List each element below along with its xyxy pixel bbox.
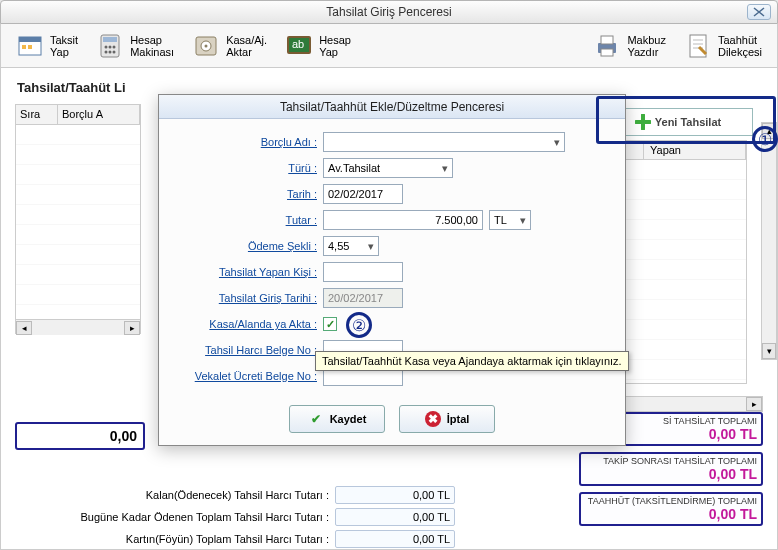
list-rows[interactable] xyxy=(16,125,140,319)
col-borclu[interactable]: Borçlu A xyxy=(58,105,140,124)
calculator-icon xyxy=(96,32,124,60)
small-total-value: 0,00 xyxy=(15,422,145,450)
cancel-button[interactable]: ✖ İptal xyxy=(399,405,495,433)
total3-value: 0,00 TL xyxy=(585,506,757,522)
scroll-down-icon[interactable]: ▾ xyxy=(762,343,776,359)
cancel-icon: ✖ xyxy=(425,411,441,427)
lbl-yapan[interactable]: Tahsilat Yapan Kişi : xyxy=(171,266,317,278)
bugune-label: Bugüne Kadar Ödenen Toplam Tahsil Harcı … xyxy=(15,511,329,523)
kalan-label: Kalan(Ödenecek) Tahsil Harcı Tutarı : xyxy=(15,489,329,501)
lbl-borclu[interactable]: Borçlu Adı : xyxy=(171,136,317,148)
scroll-right-icon[interactable]: ▸ xyxy=(124,321,140,335)
svg-rect-3 xyxy=(28,45,32,49)
total3-label: TAAHHÜT (TAKSİTLENDİRME) TOPLAMI xyxy=(585,496,757,506)
makbuz-label: Makbuz Yazdır xyxy=(627,34,666,58)
svg-rect-2 xyxy=(22,45,26,49)
edit-modal: Tahsilat/Taahhüt Ekle/Düzeltme Penceresi… xyxy=(158,94,626,446)
total2-label: TAKİP SONRASI TAHSİLAT TOPLAMI xyxy=(585,456,757,466)
lbl-tahsil-belge[interactable]: Tahsil Harcı Belge No : xyxy=(171,344,317,356)
save-label: Kaydet xyxy=(330,413,367,425)
bugune-value: 0,00 TL xyxy=(335,508,455,526)
svg-rect-18 xyxy=(601,36,613,44)
svg-point-7 xyxy=(109,45,112,48)
lbl-odeme[interactable]: Ödeme Şekli : xyxy=(171,240,317,252)
col-sira[interactable]: Sıra xyxy=(16,105,58,124)
svg-point-14 xyxy=(205,44,208,47)
taksit-label: Taksit Yap xyxy=(50,34,78,58)
lbl-vekalet-belge[interactable]: Vekalet Ücreti Belge No : xyxy=(171,370,317,382)
window-title: Tahsilat Giriş Penceresi xyxy=(326,5,451,19)
printer-icon xyxy=(593,32,621,60)
odeme-select[interactable]: 4,55 xyxy=(323,236,379,256)
save-button[interactable]: ✔ Kaydet xyxy=(289,405,385,433)
document-icon xyxy=(684,32,712,60)
annotation-1: ① xyxy=(752,126,778,152)
total-box-2: TAKİP SONRASI TAHSİLAT TOPLAMI 0,00 TL xyxy=(579,452,763,486)
section-title: Tahsilat/Taahüt Li xyxy=(17,80,763,95)
window-close-button[interactable] xyxy=(747,4,771,20)
check-icon: ✔ xyxy=(308,411,324,427)
hesap-yap-button[interactable]: ab Hesap Yap xyxy=(278,29,358,63)
svg-text:ab: ab xyxy=(292,38,304,50)
close-icon xyxy=(753,7,765,17)
board-icon: ab xyxy=(285,32,313,60)
hesap-makinasi-button[interactable]: Hesap Makinası xyxy=(89,29,181,63)
turu-value: Av.Tahsilat xyxy=(328,162,380,174)
currency-value: TL xyxy=(494,214,507,226)
tutar-input[interactable] xyxy=(323,210,483,230)
list-hscroll[interactable]: ◂ ▸ xyxy=(16,319,140,335)
kalan-value: 0,00 TL xyxy=(335,486,455,504)
list-table: Sıra Borçlu A ◂ ▸ xyxy=(15,104,141,334)
hesap-yap-label: Hesap Yap xyxy=(319,34,351,58)
lbl-giris[interactable]: Tahsilat Giriş Tarihi : xyxy=(171,292,317,304)
lbl-turu[interactable]: Türü : xyxy=(171,162,317,174)
hesap-makinasi-label: Hesap Makinası xyxy=(130,34,174,58)
scroll-left-icon[interactable]: ◂ xyxy=(16,321,32,335)
svg-rect-19 xyxy=(601,49,613,56)
total2-value: 0,00 TL xyxy=(585,466,757,482)
total-box-3: TAAHHÜT (TAKSİTLENDİRME) TOPLAMI 0,00 TL xyxy=(579,492,763,526)
right-vscroll[interactable]: ▴ ▾ xyxy=(761,122,777,360)
tarih-input[interactable] xyxy=(323,184,403,204)
main-toolbar: Taksit Yap Hesap Makinası Kasa/Aj. Aktar… xyxy=(0,24,778,68)
kasa-checkbox[interactable]: ✓ xyxy=(323,317,337,331)
annotation-2: ② xyxy=(346,312,372,338)
calendar-icon xyxy=(16,32,44,60)
kasa-aktar-label: Kasa/Aj. Aktar xyxy=(226,34,267,58)
svg-point-6 xyxy=(105,45,108,48)
lbl-kasa[interactable]: Kasa/Alanda ya Akta : xyxy=(171,318,317,330)
borclu-select[interactable] xyxy=(323,132,565,152)
lbl-tutar[interactable]: Tutar : xyxy=(171,214,317,226)
taahhut-dilekcesi-button[interactable]: Taahhüt Dilekçesi xyxy=(677,29,769,63)
cancel-label: İptal xyxy=(447,413,470,425)
taahhut-label: Taahhüt Dilekçesi xyxy=(718,34,762,58)
svg-point-10 xyxy=(109,50,112,53)
taksit-yap-button[interactable]: Taksit Yap xyxy=(9,29,85,63)
kartin-value: 0,00 TL xyxy=(335,530,455,548)
safe-icon xyxy=(192,32,220,60)
kartin-label: Kartın(Föyün) Toplam Tahsil Harcı Tutarı… xyxy=(15,533,329,545)
right-hscroll[interactable]: ◂ ▸ xyxy=(603,396,763,412)
svg-rect-1 xyxy=(19,37,41,42)
kasa-tooltip: Tahsilat/Taahhüt Kasa veya Ajandaya akta… xyxy=(315,351,629,371)
svg-point-8 xyxy=(113,45,116,48)
yapan-input[interactable] xyxy=(323,262,403,282)
lbl-tarih[interactable]: Tarih : xyxy=(171,188,317,200)
currency-select[interactable]: TL xyxy=(489,210,531,230)
svg-point-9 xyxy=(105,50,108,53)
modal-title: Tahsilat/Taahhüt Ekle/Düzeltme Penceresi xyxy=(159,95,625,119)
odeme-value: 4,55 xyxy=(328,240,349,252)
svg-rect-5 xyxy=(103,37,117,42)
giris-input xyxy=(323,288,403,308)
scroll-right-icon[interactable]: ▸ xyxy=(746,397,762,411)
makbuz-yazdir-button[interactable]: Makbuz Yazdır xyxy=(586,29,673,63)
annotation-box-1 xyxy=(596,96,776,144)
kasa-aktar-button[interactable]: Kasa/Aj. Aktar xyxy=(185,29,274,63)
turu-select[interactable]: Av.Tahsilat xyxy=(323,158,453,178)
svg-point-11 xyxy=(113,50,116,53)
